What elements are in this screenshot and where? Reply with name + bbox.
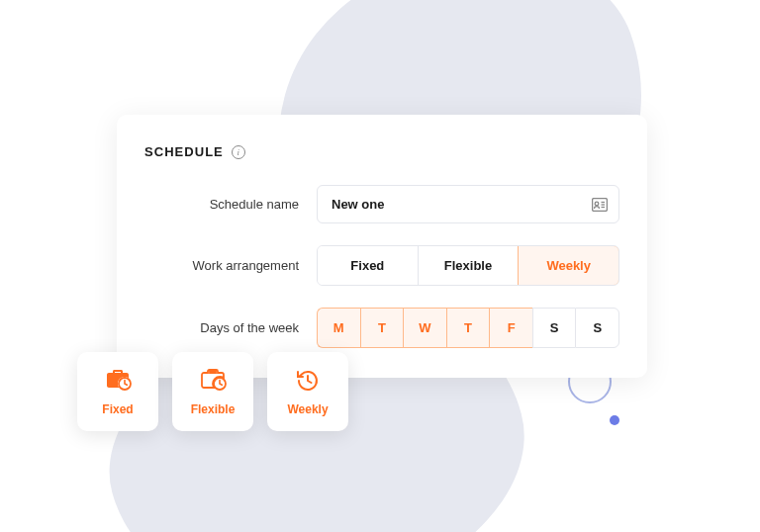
- schedule-name-input[interactable]: [317, 185, 619, 223]
- tile-fixed[interactable]: Fixed: [77, 352, 158, 431]
- tile-label: Flexible: [191, 402, 236, 416]
- day-mon[interactable]: M: [317, 308, 360, 348]
- work-arrangement-segment: Fixed Flexible Weekly: [317, 245, 619, 286]
- decorative-dot: [610, 415, 619, 425]
- arrangement-option-weekly[interactable]: Weekly: [518, 245, 619, 286]
- tile-label: Fixed: [102, 402, 133, 416]
- card-header: SCHEDULE i: [144, 144, 619, 159]
- arrangement-option-fixed[interactable]: Fixed: [318, 246, 419, 285]
- schedule-name-input-wrap: [317, 185, 619, 223]
- arrangement-option-flexible[interactable]: Flexible: [419, 246, 520, 285]
- briefcase-clock-icon: [104, 367, 132, 395]
- tile-weekly[interactable]: Weekly: [267, 352, 348, 431]
- day-sun[interactable]: S: [575, 308, 619, 348]
- day-tue[interactable]: T: [360, 308, 404, 348]
- day-thu[interactable]: T: [446, 308, 490, 348]
- days-selector: M T W T F S S: [317, 308, 619, 348]
- tile-label: Weekly: [287, 402, 328, 416]
- days-label: Days of the week: [144, 320, 317, 335]
- tile-flexible[interactable]: Flexible: [172, 352, 253, 431]
- schedule-name-row: Schedule name: [144, 185, 619, 223]
- day-fri[interactable]: F: [489, 308, 532, 348]
- card-title: SCHEDULE: [144, 144, 224, 159]
- day-wed[interactable]: W: [403, 308, 446, 348]
- schedule-card: SCHEDULE i Schedule name Work arrangemen…: [117, 115, 647, 378]
- days-row: Days of the week M T W T F S S: [144, 308, 619, 348]
- schedule-type-tiles: Fixed Flexible Weekly: [77, 352, 348, 431]
- day-sat[interactable]: S: [532, 308, 576, 348]
- history-clock-icon: [294, 367, 322, 395]
- briefcase-clock-open-icon: [199, 367, 227, 395]
- info-icon[interactable]: i: [232, 145, 245, 159]
- id-card-icon: [592, 198, 608, 212]
- work-arrangement-row: Work arrangement Fixed Flexible Weekly: [144, 245, 619, 286]
- svg-point-1: [595, 202, 599, 206]
- work-arrangement-label: Work arrangement: [144, 258, 317, 273]
- schedule-name-label: Schedule name: [144, 197, 317, 212]
